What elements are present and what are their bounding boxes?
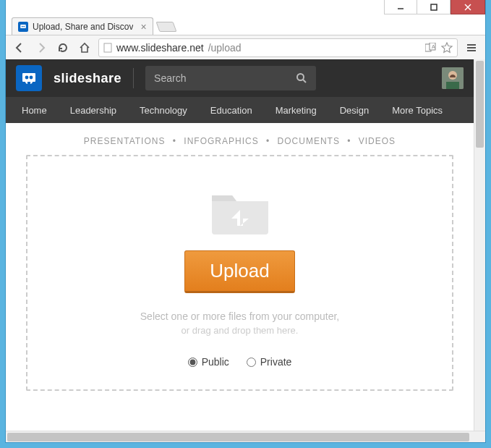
upload-button[interactable]: Upload: [184, 250, 294, 293]
url-path: /upload: [208, 42, 242, 54]
horizontal-scroll-thumb[interactable]: [7, 433, 469, 441]
svg-line-18: [303, 80, 306, 83]
browser-tab-title: Upload, Share and Discov: [33, 22, 133, 32]
nav-item-technology[interactable]: Technology: [128, 97, 199, 123]
browser-toolbar: www.slideshare.net/upload A: [6, 35, 485, 59]
window-titlebar: [6, 0, 485, 16]
svg-point-16: [30, 76, 33, 80]
slideshare-logo-icon[interactable]: [16, 65, 42, 91]
upload-help-line2: or drag and drop them here.: [42, 325, 437, 336]
browser-tab-strip: Upload, Share and Discov ×: [6, 16, 485, 35]
type-separator: •: [347, 136, 351, 146]
browser-menu-button[interactable]: [464, 40, 479, 56]
upload-type-videos: VIDEOS: [359, 136, 396, 146]
window-maximize-button[interactable]: [417, 0, 451, 14]
page-viewport: slideshare Home Leadership Technology Ed…: [6, 59, 485, 431]
home-button[interactable]: [77, 40, 93, 56]
address-bar[interactable]: www.slideshare.net/upload A: [98, 38, 458, 57]
svg-point-17: [297, 74, 304, 80]
svg-point-15: [25, 76, 29, 80]
slideshare-favicon-icon: [18, 22, 28, 32]
bookmark-star-icon[interactable]: [441, 42, 453, 54]
upload-folder-icon: [208, 185, 273, 236]
nav-item-leadership[interactable]: Leadership: [59, 97, 128, 123]
upload-type-infographics: INFOGRAPHICS: [184, 136, 258, 146]
reload-button[interactable]: [55, 40, 71, 56]
browser-tab[interactable]: Upload, Share and Discov ×: [12, 17, 153, 35]
translate-icon[interactable]: A: [425, 43, 437, 53]
upload-type-documents: DOCUMENTS: [278, 136, 340, 146]
window-close-button[interactable]: [451, 0, 485, 14]
tab-close-icon[interactable]: ×: [140, 22, 146, 32]
vertical-scrollbar[interactable]: [474, 59, 485, 431]
browser-window: Upload, Share and Discov × www.slideshar…: [6, 0, 485, 442]
search-icon[interactable]: [296, 72, 307, 84]
upload-help-text: Select one or more files from your compu…: [42, 310, 437, 336]
forward-button[interactable]: [33, 40, 49, 56]
page-icon: [103, 43, 112, 53]
upload-help-line1: Select one or more files from your compu…: [42, 310, 437, 322]
window-minimize-button[interactable]: [384, 0, 417, 14]
url-host: www.slideshare.net: [116, 42, 204, 54]
app-header: slideshare: [6, 59, 474, 97]
visibility-public-label: Public: [202, 356, 229, 368]
upload-dropzone[interactable]: Upload Select one or more files from you…: [26, 155, 453, 391]
header-divider: [133, 68, 134, 88]
svg-point-6: [23, 25, 25, 27]
svg-point-5: [22, 25, 23, 27]
vertical-scroll-thumb[interactable]: [476, 61, 484, 148]
user-avatar[interactable]: [442, 67, 464, 89]
visibility-public-radio[interactable]: [188, 358, 197, 367]
svg-rect-1: [431, 4, 437, 10]
type-separator: •: [266, 136, 270, 146]
nav-item-education[interactable]: Education: [199, 97, 264, 123]
visibility-public-option[interactable]: Public: [188, 356, 229, 368]
search-box[interactable]: [145, 66, 316, 90]
nav-item-more-topics[interactable]: More Topics: [380, 97, 454, 123]
brand-text: slideshare: [54, 71, 121, 86]
new-tab-button[interactable]: [155, 22, 176, 32]
window-controls: [384, 0, 485, 14]
page-content: slideshare Home Leadership Technology Ed…: [6, 59, 474, 431]
upload-type-presentations: PRESENTATIONS: [84, 136, 166, 146]
svg-rect-14: [22, 73, 35, 82]
search-input[interactable]: [154, 72, 296, 84]
nav-item-marketing[interactable]: Marketing: [264, 97, 328, 123]
visibility-private-label: Private: [260, 356, 292, 368]
app-nav: Home Leadership Technology Education Mar…: [6, 97, 474, 123]
svg-text:A: A: [432, 44, 435, 49]
visibility-options: Public Private: [42, 356, 437, 368]
visibility-private-radio[interactable]: [247, 358, 256, 367]
back-button[interactable]: [12, 40, 27, 56]
visibility-private-option[interactable]: Private: [247, 356, 292, 368]
horizontal-scrollbar[interactable]: [6, 431, 485, 442]
nav-item-home[interactable]: Home: [10, 97, 59, 123]
type-separator: •: [173, 136, 176, 146]
svg-rect-7: [104, 43, 111, 52]
svg-rect-4: [20, 25, 26, 28]
nav-item-design[interactable]: Design: [328, 97, 380, 123]
svg-rect-21: [446, 82, 459, 89]
upload-type-list: PRESENTATIONS • INFOGRAPHICS • DOCUMENTS…: [6, 123, 474, 155]
